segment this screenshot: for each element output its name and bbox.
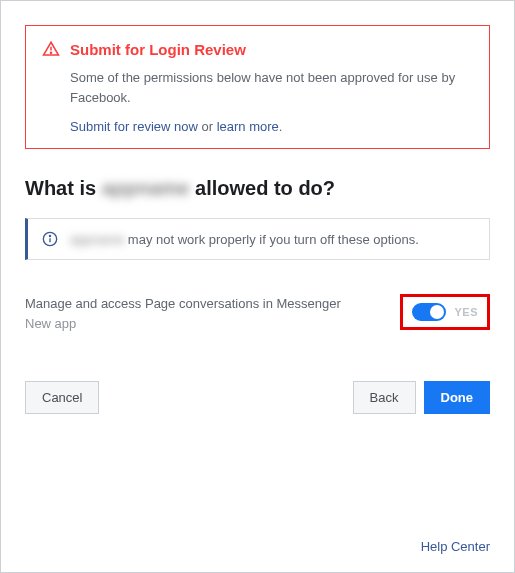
permission-label: Manage and access Page conversations in … [25, 294, 341, 314]
app-name-blurred: appname [102, 177, 190, 199]
heading-suffix: allowed to do? [189, 177, 335, 199]
toggle-knob [430, 305, 444, 319]
permission-text-wrap: Manage and access Page conversations in … [25, 294, 341, 331]
alert-header: Submit for Login Review [42, 40, 473, 58]
info-bar: appname may not work properly if you tur… [25, 218, 490, 260]
back-button[interactable]: Back [353, 381, 416, 414]
warning-icon [42, 40, 60, 58]
help-center-link[interactable]: Help Center [421, 539, 490, 554]
info-text: may not work properly if you turn off th… [124, 232, 419, 247]
alert-links: Submit for review now or learn more. [42, 119, 473, 134]
buttons-row: Cancel Back Done [25, 381, 490, 414]
cancel-button[interactable]: Cancel [25, 381, 99, 414]
done-button[interactable]: Done [424, 381, 491, 414]
permissions-heading: What is appname allowed to do? [25, 177, 490, 200]
heading-prefix: What is [25, 177, 102, 199]
info-icon [42, 231, 58, 247]
alert-body: Some of the permissions below have not b… [42, 68, 473, 107]
permission-toggle[interactable] [412, 303, 446, 321]
info-text-wrap: appname may not work properly if you tur… [70, 232, 419, 247]
learn-more-link[interactable]: learn more [217, 119, 279, 134]
right-buttons: Back Done [353, 381, 490, 414]
dialog-container: Submit for Login Review Some of the perm… [0, 0, 515, 573]
info-app-name-blurred: appname [70, 232, 124, 247]
toggle-state-label: YES [454, 306, 478, 318]
period: . [279, 119, 283, 134]
toggle-highlight: YES [400, 294, 490, 330]
login-review-alert: Submit for Login Review Some of the perm… [25, 25, 490, 149]
submit-review-link[interactable]: Submit for review now [70, 119, 198, 134]
svg-point-4 [49, 235, 50, 236]
alert-title: Submit for Login Review [70, 41, 246, 58]
svg-point-1 [50, 52, 51, 53]
permission-sub: New app [25, 316, 341, 331]
permission-row: Manage and access Page conversations in … [25, 294, 490, 331]
or-text: or [198, 119, 217, 134]
